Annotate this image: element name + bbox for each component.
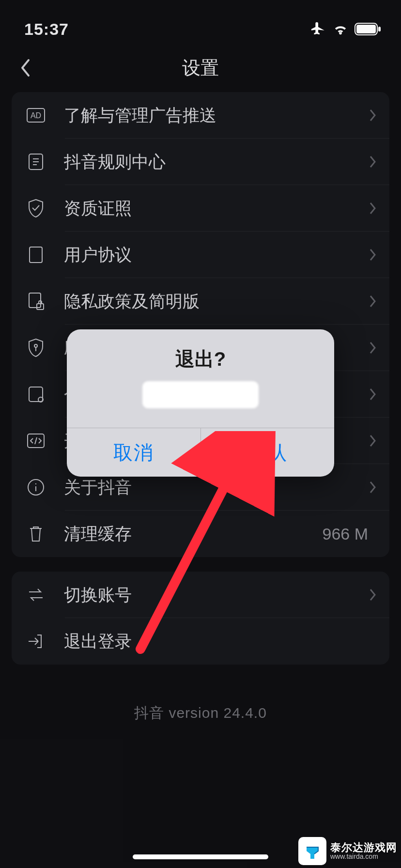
dialog-title: 退出?	[81, 346, 320, 372]
watermark-url: www.tairda.com	[330, 853, 397, 860]
row-label: 隐私政策及简明版	[64, 290, 369, 313]
status-bar: 15:37	[0, 0, 401, 48]
app-version-text: 抖音 version 24.4.0	[0, 703, 401, 723]
chevron-right-icon	[369, 202, 377, 215]
chevron-right-icon	[369, 248, 377, 262]
svg-point-9	[34, 344, 37, 347]
svg-rect-6	[30, 247, 42, 263]
rules-icon	[24, 150, 47, 173]
chevron-right-icon	[369, 108, 377, 122]
row-ad-management[interactable]: AD 了解与管理广告推送	[12, 92, 389, 139]
row-privacy-policy[interactable]: 隐私政策及简明版	[12, 278, 389, 325]
trash-icon	[24, 522, 47, 545]
chevron-right-icon	[369, 341, 377, 355]
wifi-icon	[332, 22, 349, 36]
airplane-mode-icon	[310, 21, 326, 37]
row-user-agreement[interactable]: 用户协议	[12, 232, 389, 278]
chevron-right-icon	[369, 434, 377, 448]
watermark-logo-icon	[298, 837, 326, 865]
nav-header: 设置	[0, 48, 401, 87]
list-icon	[24, 383, 47, 406]
shield-check-icon	[24, 197, 47, 220]
back-button[interactable]	[15, 57, 36, 78]
svg-rect-7	[29, 293, 41, 308]
settings-group-account: 切换账号 退出登录	[12, 572, 389, 665]
row-clear-cache[interactable]: 清理缓存 966 M	[12, 511, 389, 557]
exit-icon	[24, 630, 47, 653]
row-qualifications[interactable]: 资质证照	[12, 185, 389, 232]
row-label: 切换账号	[64, 584, 369, 606]
page-title: 设置	[182, 56, 219, 80]
status-icons	[310, 21, 382, 37]
row-label: 抖音规则中心	[64, 151, 369, 173]
chevron-right-icon	[369, 388, 377, 401]
chevron-right-icon	[369, 480, 377, 494]
row-label: 资质证照	[64, 197, 369, 220]
shield-key-icon	[24, 336, 47, 359]
row-label: 退出登录	[64, 630, 377, 653]
swap-icon	[24, 583, 47, 606]
ad-icon: AD	[24, 104, 47, 127]
watermark-site-name: 泰尔达游戏网	[330, 842, 397, 853]
settings-group-main: AD 了解与管理广告推送 抖音规则中心 资质证照 用户协议 隐私政策及简明版 应…	[12, 92, 389, 557]
chevron-right-icon	[369, 588, 377, 602]
dialog-cancel-button[interactable]: 取消	[67, 428, 200, 477]
cache-size-value: 966 M	[323, 525, 369, 543]
dialog-account-redacted	[142, 381, 259, 408]
svg-rect-1	[356, 25, 376, 33]
logout-confirm-dialog: 退出? 取消 确认	[67, 329, 334, 477]
battery-icon	[355, 23, 382, 35]
row-logout[interactable]: 退出登录	[12, 618, 389, 665]
document-icon	[24, 243, 47, 266]
document-lock-icon	[24, 290, 47, 313]
row-switch-account[interactable]: 切换账号	[12, 572, 389, 618]
svg-rect-2	[378, 27, 381, 31]
code-icon	[24, 429, 47, 452]
row-rules-center[interactable]: 抖音规则中心	[12, 139, 389, 185]
chevron-right-icon	[369, 294, 377, 308]
info-icon	[24, 476, 47, 499]
row-label: 清理缓存	[64, 523, 323, 545]
chevron-right-icon	[369, 155, 377, 169]
svg-rect-10	[29, 387, 43, 402]
site-watermark: 泰尔达游戏网 www.tairda.com	[298, 837, 397, 865]
home-indicator	[133, 854, 268, 859]
row-label: 用户协议	[64, 244, 369, 266]
row-label: 了解与管理广告推送	[64, 104, 369, 127]
row-label: 关于抖音	[64, 476, 369, 499]
dialog-confirm-button[interactable]: 确认	[200, 428, 335, 477]
svg-text:AD: AD	[31, 111, 41, 120]
status-time: 15:37	[24, 20, 69, 39]
